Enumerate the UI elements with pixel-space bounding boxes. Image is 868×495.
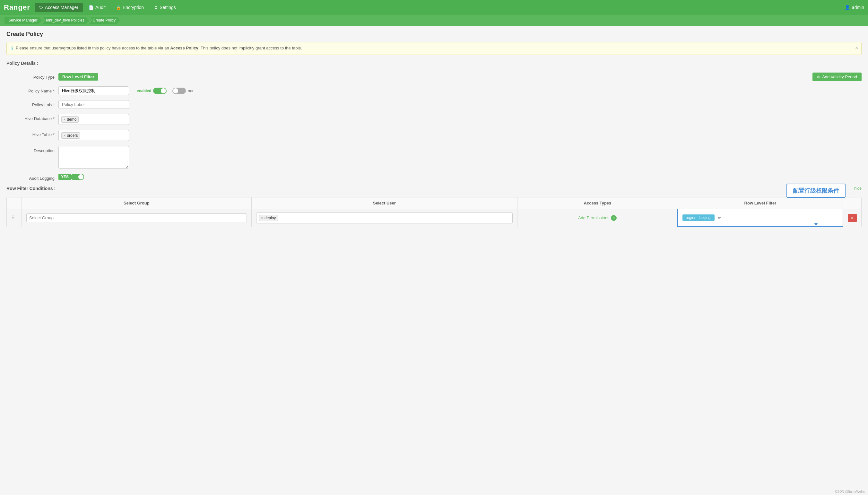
row-filter-conditions-label: Row Filter Conditions :	[6, 186, 55, 191]
policy-name-row: Policy Name * enabled nor	[6, 86, 862, 95]
nav-user-area: 👤 admin	[845, 5, 864, 10]
hive-database-input[interactable]: × demo	[58, 114, 129, 125]
policy-type-row: Policy Type Row Level Filter ⊕ Add Valid…	[6, 72, 862, 81]
nav-audit[interactable]: 📄 Audit	[84, 3, 110, 12]
user-tag-remove[interactable]: ×	[261, 216, 263, 220]
top-navigation: Ranger 🛡 Access Manager 📄 Audit 🔒 Encryp…	[0, 0, 868, 15]
info-text: Please ensure that users/groups listed i…	[16, 46, 302, 50]
th-drag	[7, 198, 22, 209]
row-level-filter-cell: region='beijing' ✏	[678, 209, 843, 227]
hive-table-row: Hive Table * × orders	[6, 130, 862, 141]
info-icon: ℹ	[11, 46, 13, 51]
info-banner-close[interactable]: ×	[855, 45, 858, 50]
breadcrumb-service-manager[interactable]: Service Manager	[4, 17, 42, 24]
nav-encryption[interactable]: 🔒 Encryption	[111, 3, 148, 12]
user-icon: 👤	[845, 5, 850, 10]
description-input[interactable]	[58, 146, 129, 169]
hide-link[interactable]: hide	[854, 186, 862, 191]
nav-access-manager[interactable]: 🛡 Access Manager	[35, 3, 83, 12]
hive-database-label: Hive Database *	[6, 114, 55, 121]
select-group-cell	[22, 209, 252, 227]
add-validity-period-button[interactable]: ⊕ Add Validity Period	[813, 72, 862, 81]
conditions-table-wrapper: Select Group Select User Access Types Ro…	[6, 197, 862, 227]
policy-label-label: Policy Label	[6, 100, 55, 107]
nav-encryption-label: Encryption	[123, 5, 144, 10]
policy-type-badge: Row Level Filter	[58, 73, 98, 81]
policy-label-input[interactable]	[58, 100, 129, 109]
page-content: Create Policy ℹ Please ensure that users…	[0, 26, 868, 233]
normal-toggle[interactable]	[172, 88, 186, 94]
annotation-box: 配置行级权限条件	[786, 184, 846, 198]
nav-access-manager-label: Access Manager	[45, 5, 78, 10]
policy-details-title: Policy Details :	[6, 61, 862, 68]
nav-settings[interactable]: ⚙ Settings	[150, 3, 180, 12]
description-label: Description	[6, 146, 55, 153]
description-row: Description	[6, 146, 862, 169]
hive-database-tag-remove[interactable]: ×	[64, 118, 66, 121]
hive-database-tag: × demo	[61, 116, 79, 123]
clock-icon: ⊕	[817, 74, 820, 79]
select-user-cell: × deploy	[251, 209, 518, 227]
select-user-tag-input[interactable]: × deploy	[256, 212, 513, 223]
hive-table-label: Hive Table *	[6, 130, 55, 137]
enabled-label: enabled	[137, 89, 151, 93]
delete-cell: ×	[843, 209, 861, 227]
delete-row-button[interactable]: ×	[848, 214, 857, 222]
hive-table-input[interactable]: × orders	[58, 130, 129, 141]
rlf-edit-button[interactable]: ✏	[716, 216, 723, 220]
audit-logging-toggle-group: YES	[58, 174, 84, 180]
drag-cell: ⠿	[7, 209, 22, 227]
hive-table-tag-remove[interactable]: ×	[64, 134, 66, 137]
info-banner: ℹ Please ensure that users/groups listed…	[6, 42, 862, 55]
hive-database-row: Hive Database * × demo	[6, 114, 862, 125]
user-tag: × deploy	[259, 215, 278, 221]
row-filter-conditions-section: Row Filter Conditions : hide 配置行级权限条件 Se…	[6, 186, 862, 227]
policy-name-label: Policy Name *	[6, 86, 55, 93]
th-select-group: Select Group	[22, 198, 252, 209]
nav-settings-label: Settings	[159, 5, 176, 10]
select-group-input[interactable]	[26, 214, 247, 222]
policy-type-label: Policy Type	[6, 72, 55, 80]
page-title: Create Policy	[6, 31, 862, 37]
gear-icon: ⚙	[154, 5, 158, 10]
table-row: ⠿ × deploy	[7, 209, 861, 227]
annotation-arrow-line	[816, 198, 816, 223]
policy-details-section: Policy Details : Policy Type Row Level F…	[6, 61, 862, 181]
conditions-table-header-row: Select Group Select User Access Types Ro…	[7, 198, 861, 209]
drag-handle-icon[interactable]: ⠿	[11, 215, 17, 221]
annotation-arrowhead	[814, 223, 818, 226]
shield-icon: 🛡	[39, 5, 44, 10]
normal-toggle-label: nor	[188, 89, 193, 93]
audit-logging-toggle[interactable]	[71, 174, 84, 180]
th-actions	[843, 198, 861, 209]
rlf-tag: region='beijing'	[682, 215, 715, 221]
lock-icon: 🔒	[116, 5, 121, 10]
th-row-level-filter: Row Level Filter	[678, 198, 843, 209]
breadcrumb: Service Manager emr_dev_hive Policies Cr…	[0, 15, 868, 26]
enabled-toggle[interactable]	[153, 88, 167, 94]
policy-name-input[interactable]	[58, 86, 129, 95]
breadcrumb-create-policy[interactable]: Create Policy	[90, 17, 120, 24]
add-permissions-label: Add Permissions	[578, 216, 610, 220]
conditions-table: Select Group Select User Access Types Ro…	[7, 198, 861, 227]
yes-label: YES	[58, 174, 71, 180]
audit-logging-row: Audit Logging YES	[6, 174, 862, 181]
add-permissions-button[interactable]: Add Permissions +	[522, 215, 673, 221]
add-permissions-icon: +	[611, 215, 617, 221]
file-icon: 📄	[89, 5, 94, 10]
username-label: admin	[852, 5, 864, 10]
access-types-cell: Add Permissions +	[518, 209, 678, 227]
nav-audit-label: Audit	[96, 5, 106, 10]
enabled-toggle-group: enabled	[137, 88, 167, 94]
hive-table-tag: × orders	[61, 132, 80, 139]
breadcrumb-policies[interactable]: emr_dev_hive Policies	[43, 17, 89, 24]
audit-logging-label: Audit Logging	[6, 174, 55, 181]
brand-logo: Ranger	[4, 3, 30, 12]
th-access-types: Access Types	[518, 198, 678, 209]
policy-label-row: Policy Label	[6, 100, 862, 109]
th-select-user: Select User	[251, 198, 518, 209]
row-filter-conditions-header: Row Filter Conditions : hide	[6, 186, 862, 193]
